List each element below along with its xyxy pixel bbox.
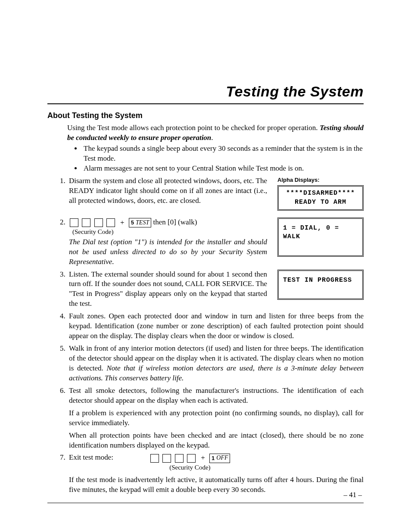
security-code-label: (Security Code) (149, 463, 230, 472)
step-6-a: Test all smoke detectors, following the … (69, 386, 364, 406)
security-code-digit (187, 454, 196, 463)
security-code-digit (94, 218, 103, 227)
security-code-label: (Security Code) (72, 227, 267, 236)
step-3: Listen. The external sounder should soun… (67, 270, 364, 309)
plus-icon: + (120, 218, 125, 228)
key-number: 5 (131, 219, 134, 227)
step-3-text: Listen. The external sounder should soun… (69, 270, 267, 309)
step-7-tail: If the test mode is inadvertently left a… (69, 475, 364, 495)
lcd-dial-walk-text: 1 = DIAL, 0 = WALK (283, 224, 360, 242)
page-title: Testing the System (47, 82, 364, 102)
page: Testing the System About Testing the Sys… (0, 0, 411, 532)
bullet-1: The keypad sounds a single beep about ev… (82, 144, 364, 164)
step-2-tail: then [0] (walk) (153, 218, 197, 226)
intro-bullets: The keypad sounds a single beep about ev… (82, 144, 364, 174)
title-rule (47, 103, 364, 104)
intro-line1: Using the Test mode allows each protecti… (67, 124, 318, 132)
step-2: + 5 TEST then [0] (walk) (Security Code)… (67, 218, 364, 267)
step-1: Disarm the system and close all protecte… (67, 176, 364, 215)
security-code-digit (106, 218, 115, 227)
security-code-digit (162, 454, 171, 463)
intro-line2-tail: . (211, 134, 213, 142)
step-6: Test all smoke detectors, following the … (67, 386, 364, 451)
security-code-digit (82, 218, 90, 227)
key-label: TEST (136, 219, 149, 227)
step-6-b: If a problem is experienced with any pro… (69, 408, 364, 428)
lcd-disarmed-line2: READY TO ARM (281, 198, 360, 207)
step-5-text-b: Note that if wireless motion detectors a… (69, 364, 364, 382)
intro-paragraph: Using the Test mode allows each protecti… (67, 123, 364, 143)
steps-list: Disarm the system and close all protecte… (59, 176, 364, 495)
lcd-test-in-progress-text: TEST IN PROGRESS (283, 276, 360, 285)
security-code-digit (175, 454, 184, 463)
lcd-disarmed-line1: ****DISARMED**** (281, 189, 360, 198)
step-7-lead: Exit test mode: (69, 453, 113, 461)
security-code-digit (70, 218, 78, 227)
lcd-disarmed: ****DISARMED**** READY TO ARM (277, 185, 364, 211)
key-label: OFF (216, 454, 228, 462)
step-2-note: The Dial test (option "1") is intended f… (69, 237, 267, 267)
plus-icon: + (201, 453, 205, 463)
step-1-text: Disarm the system and close all protecte… (69, 176, 267, 215)
step-4: Fault zones. Open each protected door an… (67, 311, 364, 341)
footer-rule (47, 503, 364, 503)
page-number: – 41 – (344, 490, 362, 500)
lcd-test-in-progress: TEST IN PROGRESS (277, 270, 364, 300)
step-5: Walk in front of any interior motion det… (67, 344, 364, 383)
key-number: 1 (212, 454, 215, 462)
lcd-dial-walk: 1 = DIAL, 0 = WALK (277, 218, 364, 257)
security-code-digit (150, 454, 159, 463)
step-7: Exit test mode: + 1 OFF (Security Code) … (67, 453, 364, 495)
bullet-2: Alarm messages are not sent to your Cent… (82, 164, 364, 174)
alpha-displays-label: Alpha Displays: (277, 176, 364, 184)
step-6-c: When all protection points have been che… (69, 431, 364, 451)
key-1-off: 1 OFF (209, 454, 230, 463)
section-heading: About Testing the System (47, 110, 364, 121)
key-5-test: 5 TEST (129, 218, 151, 227)
